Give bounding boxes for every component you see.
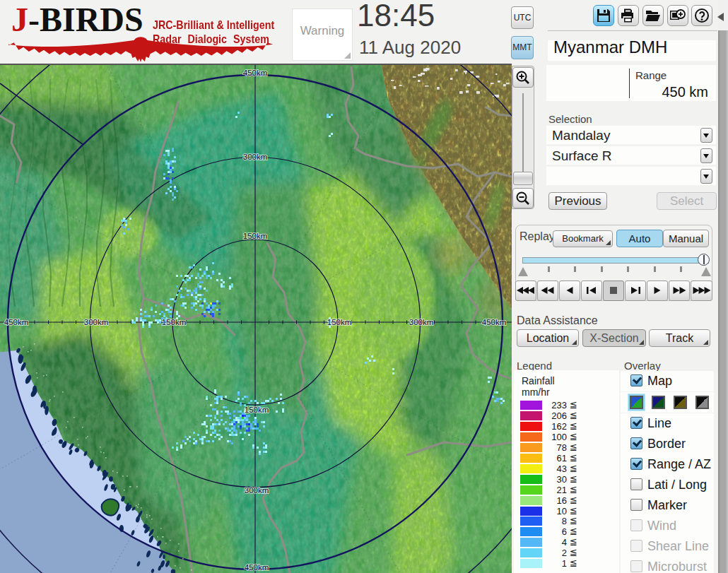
svg-text:150km: 150km: [327, 318, 352, 326]
svg-text:450km: 450km: [4, 318, 29, 326]
svg-text:300km: 300km: [409, 318, 434, 326]
svg-text:150km: 150km: [162, 318, 187, 326]
svg-text:450km: 450km: [245, 563, 269, 572]
svg-text:300km: 300km: [243, 153, 268, 161]
svg-text:150km: 150km: [245, 406, 269, 414]
svg-text:450km: 450km: [243, 69, 268, 77]
svg-text:300km: 300km: [245, 486, 269, 495]
svg-text:150km: 150km: [243, 232, 268, 240]
svg-text:450km: 450km: [482, 318, 507, 326]
svg-text:300km: 300km: [84, 318, 109, 326]
